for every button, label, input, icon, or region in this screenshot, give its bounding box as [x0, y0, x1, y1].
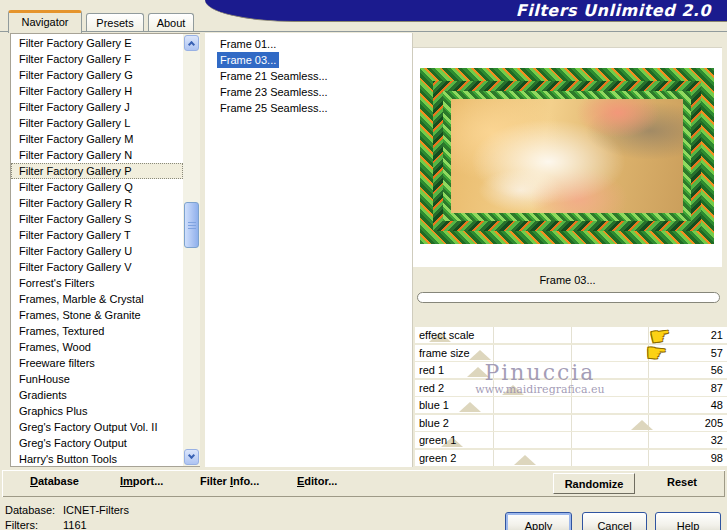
slider-track[interactable] [417, 415, 697, 431]
filters-unlimited-dialog: Filters Unlimited 2.0 Navigator Presets … [0, 0, 727, 530]
slider-track[interactable] [417, 380, 697, 396]
category-list-item[interactable]: Filter Factory Gallery Q [11, 179, 183, 195]
preview-caption: Frame 03... [413, 274, 722, 286]
slider-row-blue-2[interactable]: blue 2205 [415, 415, 727, 431]
pointing-hand-icon: ☛ [645, 342, 667, 363]
filter-list-item[interactable]: Frame 23 Seamless... [217, 84, 331, 100]
category-list-item[interactable]: Greg's Factory Output Vol. II [11, 419, 183, 435]
category-list-item[interactable]: Filter Factory Gallery T [11, 227, 183, 243]
apply-button[interactable]: Apply [505, 512, 572, 530]
status-filters-label: Filters: [5, 519, 38, 530]
category-list-item[interactable]: Frames, Stone & Granite [11, 307, 183, 323]
category-list-item[interactable]: Filter Factory Gallery H [11, 83, 183, 99]
filter-list-item[interactable]: Frame 01... [217, 36, 279, 52]
tab-presets[interactable]: Presets [86, 13, 144, 32]
preview-image[interactable] [420, 68, 714, 244]
slider-label: green 1 [419, 432, 456, 448]
category-list-item[interactable]: Harry's Button Tools [11, 451, 183, 467]
slider-row-frame-size[interactable]: frame size57 [415, 345, 727, 361]
slider-track[interactable] [417, 397, 697, 413]
category-list-item[interactable]: Filter Factory Gallery S [11, 211, 183, 227]
slider-row-green-2[interactable]: green 298 [415, 450, 727, 466]
slider-row-effect-scale[interactable]: effect scale21 [415, 327, 727, 343]
slider-track[interactable] [417, 450, 697, 466]
editor-button[interactable]: Editor... [297, 475, 337, 487]
slider-thumb[interactable] [467, 367, 489, 377]
slider-thumb[interactable] [631, 420, 653, 430]
chevron-up-icon [188, 41, 195, 48]
slider-label: frame size [419, 345, 470, 361]
cancel-button[interactable]: Cancel [582, 512, 647, 530]
slider-label: effect scale [419, 327, 474, 343]
preview-frame-inner [443, 91, 691, 221]
category-listbox[interactable]: Filter Factory Gallery EFilter Factory G… [10, 33, 200, 467]
slider-row-green-1[interactable]: green 132 [415, 432, 727, 448]
database-button[interactable]: Database [30, 475, 79, 487]
slider-value: 32 [711, 432, 723, 448]
reset-button[interactable]: Reset [656, 476, 708, 488]
slider-row-red-1[interactable]: red 156 [415, 362, 727, 378]
scroll-up-button[interactable] [184, 35, 199, 51]
progress-bar [417, 292, 720, 303]
category-list-item[interactable]: Filter Factory Gallery G [11, 67, 183, 83]
tab-navigator[interactable]: Navigator [8, 10, 82, 33]
window-title: Filters Unlimited 2.0 [516, 1, 711, 20]
filter-listbox[interactable]: Frame 01...Frame 03...Frame 21 Seamless.… [205, 33, 413, 467]
category-list-item[interactable]: Graphics Plus [11, 403, 183, 419]
filter-list-item[interactable]: Frame 25 Seamless... [217, 100, 331, 116]
scroll-down-button[interactable] [184, 449, 199, 465]
category-list-item[interactable]: Frames, Marble & Crystal [11, 291, 183, 307]
status-database-label: Database: [5, 504, 55, 516]
scrollbar-thumb[interactable] [184, 202, 199, 248]
tab-about[interactable]: About [148, 13, 194, 32]
category-list-item[interactable]: Gradients [11, 387, 183, 403]
preview-panel [413, 47, 722, 267]
status-filters-value: 1161 [63, 519, 87, 530]
category-list-item[interactable]: Filter Factory Gallery M [11, 131, 183, 147]
help-button[interactable]: Help [655, 512, 721, 530]
category-list-item[interactable]: Filter Factory Gallery P [11, 163, 183, 179]
status-database-value: ICNET-Filters [63, 504, 129, 516]
category-list-item[interactable]: Filter Factory Gallery R [11, 195, 183, 211]
preview-frame-mid [433, 81, 701, 231]
slider-thumb[interactable] [469, 350, 491, 360]
category-list-item[interactable]: Filter Factory Gallery V [11, 259, 183, 275]
slider-thumb[interactable] [502, 385, 524, 395]
category-items: Filter Factory Gallery EFilter Factory G… [11, 35, 183, 467]
category-list-item[interactable]: FunHouse [11, 371, 183, 387]
category-list-item[interactable]: Filter Factory Gallery L [11, 115, 183, 131]
tabstrip-divider [0, 31, 727, 32]
slider-value: 48 [711, 397, 723, 413]
category-list-item[interactable]: Filter Factory Gallery U [11, 243, 183, 259]
slider-value: 21 [711, 327, 723, 343]
category-list-item[interactable]: Filter Factory Gallery F [11, 51, 183, 67]
slider-value: 87 [711, 380, 723, 396]
filter-info-button[interactable]: Filter Info... [200, 475, 259, 487]
slider-thumb[interactable] [514, 455, 536, 465]
category-list-item[interactable]: Frames, Wood [11, 339, 183, 355]
randomize-button[interactable]: Randomize [553, 473, 635, 494]
category-list-item[interactable]: Filter Factory Gallery J [11, 99, 183, 115]
title-banner: Filters Unlimited 2.0 [205, 0, 727, 22]
slider-label: red 2 [419, 380, 444, 396]
import-button[interactable]: Import... [120, 475, 163, 487]
category-list-item[interactable]: Greg's Factory Output [11, 435, 183, 451]
slider-value: 57 [711, 345, 723, 361]
category-list-item[interactable]: Filter Factory Gallery E [11, 35, 183, 51]
filter-list-item[interactable]: Frame 03... [217, 52, 279, 68]
slider-value: 98 [711, 450, 723, 466]
slider-row-blue-1[interactable]: blue 148 [415, 397, 727, 413]
slider-value: 56 [711, 362, 723, 378]
category-list-item[interactable]: Forrest's Filters [11, 275, 183, 291]
slider-track[interactable] [417, 432, 697, 448]
preview-marble-texture [451, 99, 683, 213]
category-list-item[interactable]: Frames, Textured [11, 323, 183, 339]
filter-list-item[interactable]: Frame 21 Seamless... [217, 68, 331, 84]
slider-thumb[interactable] [459, 402, 481, 412]
slider-label: green 2 [419, 450, 456, 466]
category-list-item[interactable]: Filter Factory Gallery N [11, 147, 183, 163]
category-list-item[interactable]: Freeware filters [11, 355, 183, 371]
category-scrollbar[interactable] [183, 34, 200, 466]
slider-label: blue 1 [419, 397, 449, 413]
slider-row-red-2[interactable]: red 287 [415, 380, 727, 396]
